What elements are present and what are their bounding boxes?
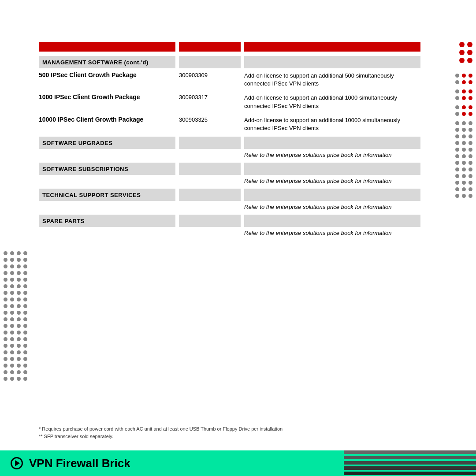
dot xyxy=(467,42,472,47)
dot xyxy=(462,74,466,78)
dot xyxy=(469,121,472,125)
dot xyxy=(17,324,21,328)
dot xyxy=(469,194,472,198)
dot xyxy=(455,89,459,93)
dot xyxy=(455,96,459,100)
dot xyxy=(10,344,14,348)
dot xyxy=(10,370,14,374)
dot xyxy=(455,167,459,171)
dot xyxy=(4,278,7,282)
dot xyxy=(10,364,14,368)
dot xyxy=(462,161,466,165)
dot xyxy=(10,271,14,275)
dot xyxy=(469,141,472,145)
dot xyxy=(462,89,466,93)
dot xyxy=(4,284,7,288)
dot xyxy=(455,112,459,116)
dot xyxy=(469,181,472,185)
dot xyxy=(469,174,472,178)
dot xyxy=(17,337,21,341)
info-row: Refer to the enterprise solutions price … xyxy=(39,175,435,189)
footer-bar: VPN Firewall Brick xyxy=(0,450,476,476)
dot xyxy=(23,377,27,381)
dot xyxy=(455,154,459,158)
section-management-software: MANAGEMENT SOFTWARE (cont.'d) xyxy=(39,56,435,68)
dot xyxy=(469,161,472,165)
dot xyxy=(455,161,459,165)
dot xyxy=(10,311,14,315)
dot xyxy=(23,344,27,348)
dot xyxy=(23,258,27,262)
dot xyxy=(4,377,7,381)
dot xyxy=(4,317,7,321)
dot xyxy=(462,96,466,100)
dot xyxy=(469,89,472,93)
dot xyxy=(467,50,472,55)
dot xyxy=(462,112,466,116)
dot xyxy=(17,364,21,368)
dot xyxy=(17,311,21,315)
dot xyxy=(455,148,459,152)
footer-title: VPN Firewall Brick xyxy=(29,457,130,470)
dot xyxy=(469,80,472,84)
dot xyxy=(23,331,27,335)
dot xyxy=(17,350,21,354)
footnotes: * Requires purchase of power cord with e… xyxy=(39,425,283,441)
header-col1 xyxy=(39,42,175,52)
table-row: 500 IPSec Client Growth Package 30090330… xyxy=(39,68,435,90)
dot xyxy=(17,251,21,255)
dot xyxy=(455,134,459,138)
footer-play-icon xyxy=(11,457,23,469)
dot xyxy=(459,42,465,47)
dot xyxy=(23,284,27,288)
dot xyxy=(23,291,27,295)
dot xyxy=(10,258,14,262)
dot xyxy=(459,50,465,55)
enterprise-info: Refer to the enterprise solutions price … xyxy=(244,178,420,184)
product-name: 1000 IPSec Client Growth Package xyxy=(39,93,175,101)
main-content: MANAGEMENT SOFTWARE (cont.'d) 500 IPSec … xyxy=(39,42,435,241)
dot xyxy=(462,121,466,125)
dot xyxy=(462,134,466,138)
dot xyxy=(462,194,466,198)
section-software-subscriptions: SOFTWARE SUBSCRIPTIONS xyxy=(39,163,435,175)
table-row: 1000 IPSec Client Growth Package 3009033… xyxy=(39,90,435,112)
section-title: SOFTWARE SUBSCRIPTIONS xyxy=(42,166,128,172)
dot xyxy=(10,337,14,341)
footer-stripes xyxy=(344,450,476,476)
dot xyxy=(455,181,459,185)
dot xyxy=(23,304,27,308)
play-triangle xyxy=(15,460,20,466)
dot xyxy=(17,258,21,262)
dot xyxy=(17,271,21,275)
dot xyxy=(4,304,7,308)
dot xyxy=(23,298,27,301)
dot xyxy=(17,331,21,335)
dot xyxy=(17,291,21,295)
dot xyxy=(10,317,14,321)
dot xyxy=(455,174,459,178)
dot xyxy=(10,264,14,268)
dot xyxy=(4,251,7,255)
dot xyxy=(23,251,27,255)
dot xyxy=(4,331,7,335)
info-row: Refer to the enterprise solutions price … xyxy=(39,201,435,215)
dot xyxy=(455,80,459,84)
dot xyxy=(23,364,27,368)
dot xyxy=(10,377,14,381)
left-dot-pattern xyxy=(4,251,39,383)
dot xyxy=(23,264,27,268)
dot xyxy=(17,317,21,321)
dot xyxy=(469,112,472,116)
dot xyxy=(17,298,21,301)
dot xyxy=(23,337,27,341)
dot xyxy=(10,298,14,301)
dot xyxy=(4,370,7,374)
dot xyxy=(462,167,466,171)
dot xyxy=(23,370,27,374)
dot xyxy=(469,96,472,100)
section-software-upgrades: SOFTWARE UPGRADES xyxy=(39,137,435,149)
dot xyxy=(17,357,21,361)
dot xyxy=(462,128,466,132)
dot xyxy=(23,311,27,315)
